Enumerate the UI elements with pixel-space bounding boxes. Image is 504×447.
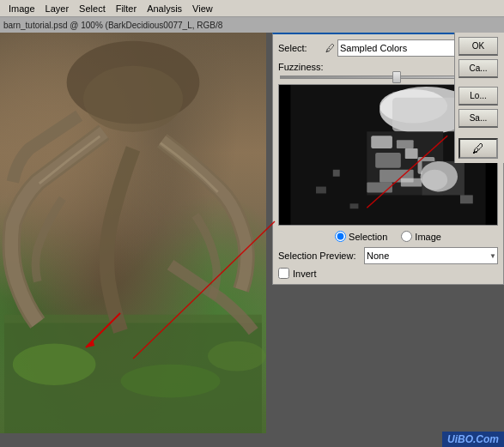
svg-point-3: [83, 66, 183, 132]
menu-filter[interactable]: Filter: [111, 2, 142, 15]
svg-rect-26: [333, 170, 340, 177]
red-arrow-annotation: [69, 296, 137, 365]
menu-layer[interactable]: Layer: [40, 2, 75, 15]
menu-analysis[interactable]: Analysis: [142, 2, 187, 15]
radio-selection-label[interactable]: Selection: [335, 231, 387, 242]
menu-select[interactable]: Select: [74, 2, 111, 15]
invert-checkbox[interactable]: [278, 268, 289, 279]
watermark: UiBO.Com: [442, 432, 504, 447]
load-button[interactable]: Lo...: [458, 87, 498, 106]
svg-rect-28: [350, 203, 359, 208]
svg-point-5: [120, 365, 220, 398]
svg-rect-16: [397, 140, 414, 148]
svg-point-25: [422, 170, 448, 190]
menu-bar: Image Layer Select Filter Analysis View: [0, 0, 504, 17]
canvas-area: [0, 33, 266, 433]
radio-image-text: Image: [415, 232, 441, 242]
eyedropper-icon-select: 🖊: [325, 43, 335, 53]
radio-image-label[interactable]: Image: [401, 231, 441, 242]
svg-rect-29: [460, 195, 473, 203]
invert-label: Invert: [293, 269, 317, 279]
svg-rect-27: [316, 187, 326, 194]
svg-rect-21: [367, 183, 392, 193]
radio-selection-input[interactable]: [335, 231, 346, 242]
svg-rect-18: [405, 148, 418, 159]
document-title: barn_tutorial.psd @ 100% (BarkDecidious0…: [3, 21, 222, 30]
invert-row: Invert: [278, 268, 498, 279]
eyedropper-tool-button[interactable]: 🖊: [458, 138, 498, 159]
select-label: Select:: [278, 43, 325, 53]
menu-view[interactable]: View: [187, 2, 218, 15]
ok-button[interactable]: OK: [458, 37, 498, 56]
menu-image[interactable]: Image: [3, 2, 40, 15]
preview-select-dropdown[interactable]: None Grayscale Black Matte White Matte Q…: [364, 247, 498, 264]
canvas-image: [0, 33, 266, 433]
fuzziness-slider-thumb[interactable]: [392, 71, 401, 83]
tree-roots-svg: [0, 33, 266, 433]
radio-row: Selection Image: [278, 231, 498, 242]
buttons-panel: OK Ca... Lo... Sa... 🖊: [454, 33, 504, 163]
radio-selection-text: Selection: [349, 232, 387, 242]
radio-image-input[interactable]: [401, 231, 412, 242]
preview-label: Selection Preview:: [278, 251, 364, 261]
svg-point-6: [208, 341, 266, 371]
preview-select-wrapper: None Grayscale Black Matte White Matte Q…: [364, 247, 498, 264]
svg-rect-22: [401, 178, 422, 187]
title-bar: barn_tutorial.psd @ 100% (BarkDecidious0…: [0, 17, 504, 33]
cancel-button[interactable]: Ca...: [458, 59, 498, 78]
preview-row: Selection Preview: None Grayscale Black …: [278, 247, 498, 264]
svg-rect-17: [375, 153, 401, 168]
save-button[interactable]: Sa...: [458, 109, 498, 128]
svg-rect-15: [371, 136, 392, 148]
fuzziness-label: Fuzziness:: [278, 62, 334, 72]
